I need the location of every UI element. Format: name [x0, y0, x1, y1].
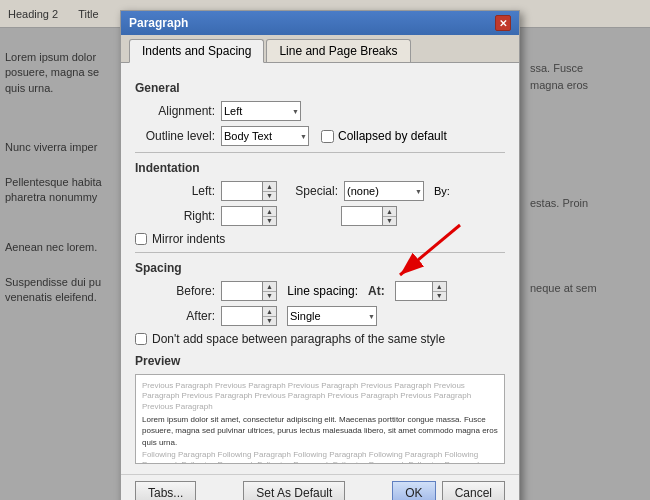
indent-right-label: Right: — [135, 209, 215, 223]
cancel-button[interactable]: Cancel — [442, 481, 505, 500]
preview-prev-text: Previous Paragraph Previous Paragraph Pr… — [142, 381, 498, 412]
outline-level-select-wrapper: Body Text — [221, 126, 309, 146]
alignment-select[interactable]: Left — [221, 101, 301, 121]
dialog-titlebar: Paragraph ✕ — [121, 11, 519, 35]
spacing-after-buttons: ▲ ▼ — [263, 306, 277, 326]
dialog-buttons: Tabs... Set As Default OK Cancel — [121, 474, 519, 500]
dont-add-space-label: Don't add space between paragraphs of th… — [152, 332, 445, 346]
spacing-after-up[interactable]: ▲ — [263, 307, 276, 317]
indent-right-spinner-buttons: ▲ ▼ — [263, 206, 277, 226]
outline-level-label: Outline level: — [135, 129, 215, 143]
collapsed-default-group: Collapsed by default — [321, 129, 447, 143]
bg-doc-right-1: ssa. Fuscemagna eros — [530, 60, 640, 93]
ok-button[interactable]: OK — [392, 481, 435, 500]
at-spinner-buttons: ▲ ▼ — [433, 281, 447, 301]
spacing-after-spinner: 8 pt ▲ ▼ — [221, 306, 277, 326]
by-label: By: — [434, 185, 454, 197]
spacing-before-row: Before: 0 pt ▲ ▼ Line spacing: At: ▲ ▼ — [135, 281, 505, 301]
ribbon-title: Title — [78, 8, 98, 20]
preview-box: Previous Paragraph Previous Paragraph Pr… — [135, 374, 505, 464]
alignment-select-wrapper: Left — [221, 101, 301, 121]
line-spacing-select-wrapper: Single 1.5 lines Double — [287, 306, 377, 326]
bg-doc-text-4: Aenean nec lorem. — [5, 240, 115, 255]
at-label: At: — [368, 284, 385, 298]
special-select-wrapper: (none) — [344, 181, 424, 201]
spacing-before-spinner: 0 pt ▲ ▼ — [221, 281, 277, 301]
preview-main-text: Lorem ipsum dolor sit amet, consectetur … — [142, 414, 498, 448]
indent-left-row: Left: 0" ▲ ▼ Special: (none) By: — [135, 181, 505, 201]
close-button[interactable]: ✕ — [495, 15, 511, 31]
by-down[interactable]: ▼ — [383, 217, 396, 226]
dialog-title: Paragraph — [129, 16, 188, 30]
outline-level-select[interactable]: Body Text — [221, 126, 309, 146]
bg-doc-text-1: Lorem ipsum dolorposuere, magna sequis u… — [5, 50, 115, 96]
dont-add-space-row: Don't add space between paragraphs of th… — [135, 332, 505, 346]
line-spacing-select[interactable]: Single 1.5 lines Double — [287, 306, 377, 326]
general-section-label: General — [135, 81, 505, 95]
at-up[interactable]: ▲ — [433, 282, 446, 292]
indent-right-input[interactable]: 0" — [221, 206, 263, 226]
at-spinner: ▲ ▼ — [395, 281, 447, 301]
dialog-content: General Alignment: Left Outline level: B… — [121, 63, 519, 474]
indentation-section-label: Indentation — [135, 161, 505, 175]
mirror-indents-label: Mirror indents — [152, 232, 225, 246]
tab-indents-spacing[interactable]: Indents and Spacing — [129, 39, 264, 63]
special-label: Special: — [283, 184, 338, 198]
preview-next-text: Following Paragraph Following Paragraph … — [142, 450, 498, 464]
alignment-row: Alignment: Left — [135, 101, 505, 121]
indent-right-spinner: 0" ▲ ▼ — [221, 206, 277, 226]
divider-1 — [135, 152, 505, 153]
indent-left-up[interactable]: ▲ — [263, 182, 276, 192]
spacing-before-buttons: ▲ ▼ — [263, 281, 277, 301]
indent-left-label: Left: — [135, 184, 215, 198]
mirror-indents-checkbox[interactable] — [135, 233, 147, 245]
ok-cancel-group: OK Cancel — [392, 481, 505, 500]
spacing-after-down[interactable]: ▼ — [263, 317, 276, 326]
bg-doc-right-2: estas. Proin — [530, 195, 640, 212]
by-value-spinner-buttons: ▲ ▼ — [383, 206, 397, 226]
indent-left-down[interactable]: ▼ — [263, 192, 276, 201]
spacing-section-label: Spacing — [135, 261, 505, 275]
collapsed-default-label: Collapsed by default — [338, 129, 447, 143]
tab-line-page-breaks[interactable]: Line and Page Breaks — [266, 39, 410, 62]
spacing-after-label: After: — [135, 309, 215, 323]
indent-left-spinner: 0" ▲ ▼ — [221, 181, 277, 201]
bg-doc-text-5: Suspendisse dui puvenenatis eleifend. — [5, 275, 115, 306]
set-as-default-button[interactable]: Set As Default — [243, 481, 345, 500]
preview-section: Preview Previous Paragraph Previous Para… — [135, 354, 505, 464]
at-down[interactable]: ▼ — [433, 292, 446, 301]
spacing-after-row: After: 8 pt ▲ ▼ Single 1.5 lines Double — [135, 306, 505, 326]
spacing-before-input[interactable]: 0 pt — [221, 281, 263, 301]
spacing-before-down[interactable]: ▼ — [263, 292, 276, 301]
outline-level-row: Outline level: Body Text Collapsed by de… — [135, 126, 505, 146]
by-value-input[interactable] — [341, 206, 383, 226]
bg-doc-text-3: Pellentesque habitapharetra nonummy — [5, 175, 115, 206]
tabs-button[interactable]: Tabs... — [135, 481, 196, 500]
bg-doc-text-2: Nunc viverra imper — [5, 140, 115, 155]
indent-right-row: Right: 0" ▲ ▼ ▲ ▼ — [135, 206, 505, 226]
alignment-label: Alignment: — [135, 104, 215, 118]
ribbon-heading2: Heading 2 — [8, 8, 58, 20]
dont-add-space-checkbox[interactable] — [135, 333, 147, 345]
at-input[interactable] — [395, 281, 433, 301]
spacing-before-up[interactable]: ▲ — [263, 282, 276, 292]
special-select[interactable]: (none) — [344, 181, 424, 201]
indent-left-input[interactable]: 0" — [221, 181, 263, 201]
collapsed-default-checkbox[interactable] — [321, 130, 334, 143]
spacing-after-input[interactable]: 8 pt — [221, 306, 263, 326]
mirror-indents-row: Mirror indents — [135, 232, 505, 246]
paragraph-dialog: Paragraph ✕ Indents and Spacing Line and… — [120, 10, 520, 500]
by-value-spinner: ▲ ▼ — [341, 206, 421, 226]
bg-doc-right-3: neque at sem — [530, 280, 640, 297]
indent-left-spinner-buttons: ▲ ▼ — [263, 181, 277, 201]
divider-2 — [135, 252, 505, 253]
by-up[interactable]: ▲ — [383, 207, 396, 217]
dialog-tabs: Indents and Spacing Line and Page Breaks — [121, 35, 519, 63]
line-spacing-label: Line spacing: — [283, 284, 358, 298]
preview-label: Preview — [135, 354, 505, 368]
spacing-before-label: Before: — [135, 284, 215, 298]
indent-right-down[interactable]: ▼ — [263, 217, 276, 226]
indent-right-up[interactable]: ▲ — [263, 207, 276, 217]
